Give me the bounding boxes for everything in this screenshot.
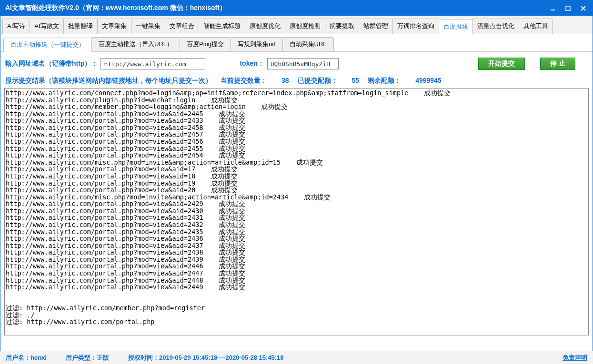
remaining-quota-value: 4999945 (415, 77, 442, 85)
stop-button[interactable]: 停 止 (540, 58, 575, 70)
submitted-quota-label: 已提交配额： (298, 77, 338, 85)
current-count-value: 38 (281, 77, 289, 85)
main-tab-10[interactable]: 站群管理 (359, 19, 393, 34)
token-input[interactable] (267, 58, 339, 69)
start-button[interactable]: 开始提交 (478, 58, 525, 70)
minimize-button[interactable] (546, 3, 559, 13)
result-header: 显示提交结果（该模块推送网站内部链接地址，每个地址只提交一次） 当前提交数量：3… (0, 76, 593, 86)
log-output[interactable]: http://www.ailyric.com/connect.php?mod=l… (4, 88, 589, 335)
sub-tab-1[interactable]: 百度主动推送（导入URL） (91, 37, 180, 51)
current-count-label: 当前提交数量： (221, 77, 267, 85)
sub-tab-0[interactable]: 百度主动推送（一键提交） (3, 38, 92, 52)
main-tab-14[interactable]: 其他工具 (519, 19, 553, 34)
disclaimer-link[interactable]: 免责声明 (563, 354, 587, 362)
token-label: token： (240, 59, 264, 68)
sub-tabs: 百度主动推送（一键提交）百度主动推送（导入URL）百度Ping提交写规则采集ur… (0, 34, 593, 52)
url-label: 输入网址域名（记得带http）： (5, 59, 98, 68)
main-tab-9[interactable]: 摘要提取 (325, 19, 359, 34)
close-button[interactable] (576, 3, 590, 13)
main-tab-11[interactable]: 万词排名查询 (392, 19, 439, 34)
main-tab-13[interactable]: 流量点击优化 (472, 19, 519, 34)
form-row: 输入网址域名（记得带http）： token： 开始提交 停 止 (0, 52, 593, 76)
url-input[interactable] (101, 58, 205, 69)
remaining-quota-label: 剩余配额： (368, 77, 401, 85)
main-tab-2[interactable]: 批量翻译 (63, 19, 98, 34)
svg-rect-1 (566, 6, 570, 10)
sub-tab-2[interactable]: 百度Ping提交 (180, 37, 231, 51)
user-label: 用户名： (6, 354, 30, 361)
user-value: henxi (30, 354, 47, 361)
maximize-button[interactable] (561, 3, 574, 13)
statusbar: 用户名：henxi 用户类型：正版 授权时间：2019-05-29 15:45:… (0, 351, 593, 364)
main-tab-0[interactable]: AI写诗 (2, 19, 30, 34)
sub-tab-4[interactable]: 自动采集URL (282, 37, 334, 51)
auth-label: 授权时间： (128, 354, 159, 361)
main-tabs: AI写诗AI写散文批量翻译文章采集一键采集文章组合智能生成标题原创度优化原创度检… (0, 16, 593, 34)
main-tab-8[interactable]: 原创度检测 (285, 19, 325, 34)
sub-tab-3[interactable]: 写规则采集url (231, 37, 282, 51)
auth-value: 2019-05-29 15:45:18----2020-05-28 15:45:… (159, 354, 284, 361)
main-tab-1[interactable]: AI写散文 (30, 19, 63, 34)
usertype-value: 正版 (97, 354, 109, 361)
main-tab-12[interactable]: 百度推送 (439, 19, 473, 34)
main-tab-4[interactable]: 一键采集 (131, 19, 165, 34)
submitted-quota-value: 55 (352, 77, 360, 85)
result-title: 显示提交结果（该模块推送网站内部链接地址，每个地址只提交一次） (5, 77, 212, 85)
main-tab-7[interactable]: 原创度优化 (245, 19, 285, 34)
main-tab-5[interactable]: 文章组合 (165, 19, 199, 34)
usertype-label: 用户类型： (66, 354, 97, 361)
titlebar: AI文章智能处理软件V2.0（官网：www.henxisoft.com 微信：h… (0, 0, 593, 16)
app-title: AI文章智能处理软件V2.0（官网：www.henxisoft.com 微信：h… (5, 4, 544, 12)
main-tab-3[interactable]: 文章采集 (97, 19, 131, 34)
main-tab-6[interactable]: 智能生成标题 (199, 19, 245, 34)
